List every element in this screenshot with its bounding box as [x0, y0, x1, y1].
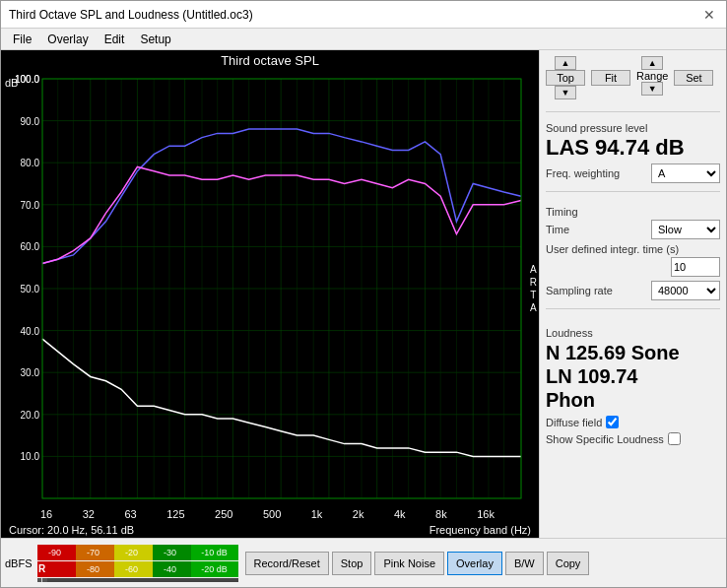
divider-2: [546, 191, 720, 192]
bw-button[interactable]: B/W: [505, 552, 544, 575]
copy-button[interactable]: Copy: [547, 552, 590, 575]
meter-i-row: I: [37, 578, 238, 582]
seg-r: [47, 561, 73, 577]
seg-10: -10 dB: [191, 545, 238, 560]
user-integr-row: User defined integr. time (s): [546, 243, 720, 277]
diffuse-field-checkbox[interactable]: [606, 416, 619, 428]
set-control-group: Set: [674, 56, 713, 99]
bottom-bar: dBFS -90 -70 -20 -30 -10 dB R -80: [1, 538, 726, 587]
top-controls: ▲ Top ▼ Fit ▲ Range ▼ Set: [546, 56, 720, 99]
set-button[interactable]: Set: [674, 70, 713, 86]
y-axis-label: dB: [5, 77, 18, 89]
menu-edit[interactable]: Edit: [97, 31, 133, 47]
show-specific-checkbox[interactable]: [668, 432, 681, 445]
fit-button[interactable]: Fit: [591, 70, 630, 86]
close-button[interactable]: ✕: [700, 6, 718, 24]
top-button[interactable]: Top: [546, 70, 585, 86]
freq-weighting-row: Freq. weighting A B C Z: [546, 163, 720, 183]
range-label: Range: [636, 70, 668, 82]
record-reset-button[interactable]: Record/Reset: [245, 552, 329, 575]
meter-bottom-row: R -80 -60 -40 -20 dB: [37, 561, 238, 577]
cursor-info: Cursor: 20.0 Hz, 56.11 dB: [9, 524, 134, 536]
arta-label: ARTA: [530, 263, 537, 314]
sampling-rate-label: Sampling rate: [546, 285, 613, 296]
meter-top-row: -90 -70 -20 -30 -10 dB: [37, 545, 238, 560]
loudness-section: Loudness N 125.69 Sone LN 109.74 Phon: [546, 321, 720, 412]
top-up-btn[interactable]: ▲: [555, 56, 576, 70]
x-axis-label: Frequency band (Hz): [430, 524, 531, 536]
sampling-rate-select[interactable]: 44100 48000 96000: [651, 281, 720, 300]
time-select[interactable]: Slow Fast Impulse: [651, 220, 720, 239]
divider-1: [546, 111, 720, 112]
seg-60: -60: [114, 561, 150, 577]
i-label: I: [37, 578, 47, 582]
loudness-n: N 125.69 Sone: [546, 341, 720, 364]
window-title: Third Octave SPL and Loudness (Untitled.…: [9, 8, 253, 22]
menu-overlay[interactable]: Overlay: [39, 31, 96, 47]
sampling-rate-row: Sampling rate 44100 48000 96000: [546, 281, 720, 300]
divider-3: [546, 308, 720, 309]
seg-70: -70: [76, 545, 111, 560]
chart-canvas: [1, 71, 539, 506]
range-down-btn[interactable]: ▼: [641, 82, 663, 96]
main-window: Third Octave SPL and Loudness (Untitled.…: [0, 0, 727, 588]
menu-bar: File Overlay Edit Setup: [1, 29, 726, 50]
top-down-btn[interactable]: ▼: [555, 86, 576, 99]
overlay-button[interactable]: Overlay: [447, 552, 502, 575]
freq-weighting-select[interactable]: A B C Z: [651, 163, 720, 183]
range-up-btn[interactable]: ▲: [641, 56, 663, 70]
spl-section-label: Sound pressure level: [546, 122, 720, 134]
action-buttons: Record/Reset Stop Pink Noise Overlay B/W…: [245, 552, 590, 575]
loudness-ln: LN 109.74: [546, 364, 720, 388]
menu-setup[interactable]: Setup: [132, 31, 178, 47]
i-bar: [47, 578, 238, 582]
chart-footer: Cursor: 20.0 Hz, 56.11 dB Frequency band…: [1, 522, 539, 538]
x-axis-ticks: 16 32 63 125 250 500 1k 2k 4k 8k 16k: [1, 506, 539, 522]
content-area: Third octave SPL dB ARTA 16 32 63 125 25…: [1, 50, 726, 538]
spl-section: Sound pressure level LAS 94.74 dB: [546, 116, 720, 163]
level-meter: -90 -70 -20 -30 -10 dB R -80 -60 -40: [37, 545, 238, 582]
seg-90: -90: [37, 545, 73, 560]
loudness-label: Loudness: [546, 327, 720, 339]
freq-weighting-label: Freq. weighting: [546, 167, 620, 179]
user-integr-label: User defined integr. time (s): [546, 243, 720, 255]
time-label: Time: [546, 224, 569, 235]
range-control-group: ▲ Range ▼: [636, 56, 668, 99]
chart-title: Third octave SPL: [1, 50, 539, 71]
diffuse-field-label: Diffuse field: [546, 417, 602, 428]
seg-20: -20: [114, 545, 150, 560]
fit-control-group: Fit: [591, 56, 630, 99]
diffuse-field-row: Diffuse field: [546, 416, 720, 428]
chart-section: Third octave SPL dB ARTA 16 32 63 125 25…: [1, 50, 539, 538]
menu-file[interactable]: File: [5, 31, 39, 47]
stop-button[interactable]: Stop: [332, 552, 372, 575]
right-panel: ▲ Top ▼ Fit ▲ Range ▼ Set: [539, 50, 726, 538]
show-specific-label: Show Specific Loudness: [546, 433, 664, 445]
seg-40: -40: [153, 561, 188, 577]
pink-noise-button[interactable]: Pink Noise: [374, 552, 444, 575]
timing-label: Timing: [546, 206, 720, 218]
timing-section: Timing Time Slow Fast Impulse User defin…: [546, 200, 720, 304]
user-integr-input[interactable]: [671, 257, 720, 277]
show-specific-row: Show Specific Loudness: [546, 432, 720, 445]
title-bar: Third Octave SPL and Loudness (Untitled.…: [1, 1, 726, 29]
top-control-group: ▲ Top ▼: [546, 56, 585, 99]
time-row: Time Slow Fast Impulse: [546, 220, 720, 239]
seg-80: -80: [76, 561, 111, 577]
spl-value: LAS 94.74 dB: [546, 136, 720, 160]
seg-20db: -20 dB: [191, 561, 238, 577]
loudness-phon: Phon: [546, 388, 720, 412]
dbfs-label: dBFS: [5, 557, 33, 569]
seg-30: -30: [153, 545, 188, 560]
